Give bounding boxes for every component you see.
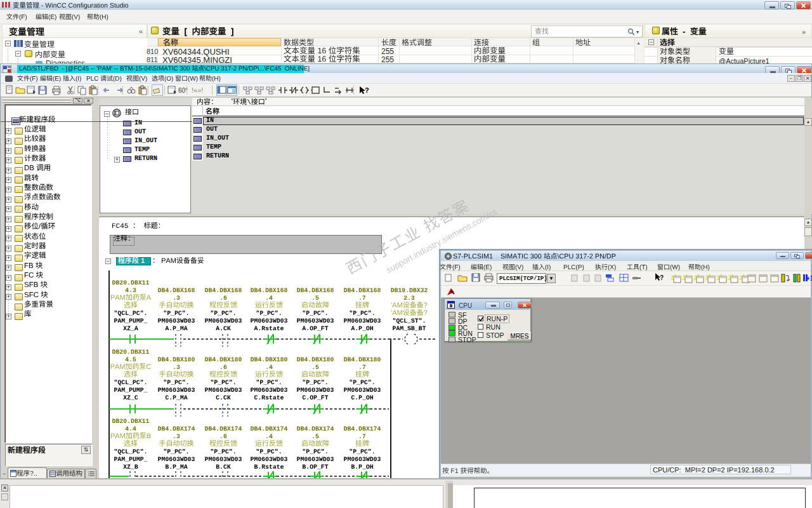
svg-text:?: ? [660, 274, 664, 281]
svg-text:?: ? [365, 86, 369, 94]
svg-text:!«»!: !«»! [192, 86, 203, 94]
